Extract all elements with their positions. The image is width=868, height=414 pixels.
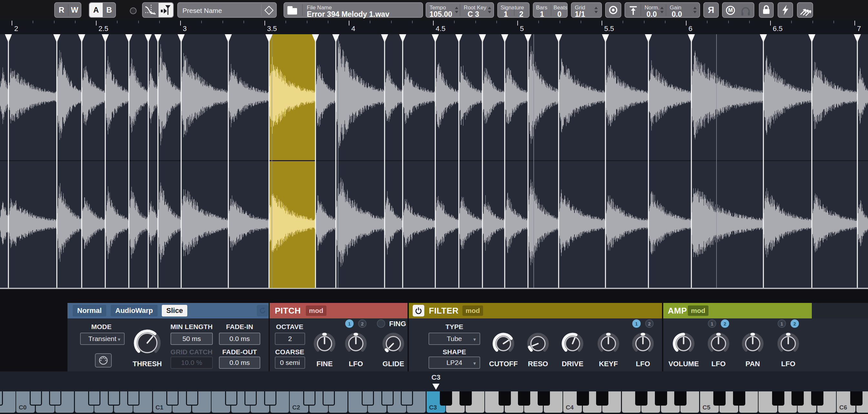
read-automation-button[interactable]: R <box>55 3 68 17</box>
black-key-A#3[interactable] <box>538 391 550 406</box>
fade-out-field[interactable]: 0.0 ms <box>219 356 260 369</box>
black-key-D#0[interactable] <box>49 391 61 406</box>
preset-browser-icon[interactable] <box>265 6 274 15</box>
gain-spinner[interactable] <box>693 6 697 14</box>
norm-spinner[interactable] <box>660 6 664 14</box>
coarse-field[interactable]: 0 semi <box>275 356 305 369</box>
normalize-icon[interactable] <box>627 4 640 18</box>
knob-pitch-lfo[interactable] <box>343 331 368 357</box>
fing-toggle[interactable] <box>377 319 385 328</box>
root-key-value[interactable]: C 3 <box>468 10 479 19</box>
beats-value[interactable]: 0 <box>557 10 562 18</box>
setting-a-button[interactable]: A <box>89 3 103 17</box>
mod-badge-filter-lfo-1[interactable]: 1 <box>632 319 641 328</box>
tab-audiowarp[interactable]: AudioWarp <box>111 305 158 316</box>
black-key-C#1[interactable] <box>166 391 179 406</box>
setting-b-button[interactable]: B <box>103 3 115 17</box>
black-key-C#3[interactable] <box>440 391 452 406</box>
root-key-spinner[interactable] <box>488 6 492 14</box>
norm-value[interactable]: 0.0 <box>647 10 657 19</box>
tempo-spinner[interactable] <box>455 6 459 14</box>
grid-spinner[interactable] <box>594 6 598 14</box>
mod-badge-filter-lfo-2[interactable]: 2 <box>645 319 654 328</box>
filter-mod-badge[interactable]: mod <box>462 306 483 316</box>
signature-denominator[interactable]: 2 <box>519 10 523 18</box>
mod-badge-pitch-lfo-1[interactable]: 1 <box>345 319 353 328</box>
lock-button[interactable] <box>759 2 774 18</box>
knob-fine[interactable] <box>312 331 337 357</box>
filter-power-button[interactable] <box>413 305 424 316</box>
write-automation-button[interactable]: W <box>68 3 81 17</box>
preset-name-field[interactable]: Preset Name <box>177 2 277 18</box>
fade-in-field[interactable]: 0.0 ms <box>219 332 260 345</box>
knob-filter-lfo[interactable] <box>630 331 655 357</box>
knob-thresh[interactable] <box>132 328 162 359</box>
shape-dropdown[interactable]: LP24 ▼ <box>429 356 480 369</box>
black-key-F#0[interactable] <box>88 391 100 406</box>
knob-glide[interactable] <box>381 331 406 357</box>
octave-field[interactable]: 2 <box>275 332 305 345</box>
black-key-C#5[interactable] <box>713 391 725 406</box>
mode-dropdown[interactable]: Transient ▼ <box>80 332 125 345</box>
black-key-G#4[interactable] <box>655 391 667 406</box>
amp-mod-badge[interactable]: mod <box>688 306 709 316</box>
black-key-F#3[interactable] <box>499 391 511 406</box>
black-key-D#2[interactable] <box>322 391 335 406</box>
black-key-C#6[interactable] <box>850 391 863 406</box>
black-key-F#2[interactable] <box>362 391 374 406</box>
mod-badge-pitch-lfo-2[interactable]: 2 <box>358 319 367 328</box>
tempo-value[interactable]: 105.00 <box>430 10 452 19</box>
knob-reso[interactable] <box>525 331 551 357</box>
timeline-ruler[interactable]: 22.533.544.555.566.57 <box>0 20 868 34</box>
knob-keyf[interactable] <box>596 331 621 357</box>
black-key-A#-1[interactable] <box>0 391 3 406</box>
black-key-D#5[interactable] <box>733 391 745 406</box>
mod-badge-amp-lfo1-1[interactable]: 1 <box>708 319 716 328</box>
black-key-A#1[interactable] <box>264 391 276 406</box>
knob-drive[interactable] <box>560 331 585 357</box>
black-key-G#2[interactable] <box>381 391 394 406</box>
midi-learn-button[interactable] <box>95 353 112 368</box>
black-key-G#5[interactable] <box>792 391 804 406</box>
monitor-m-icon[interactable]: M <box>726 6 735 15</box>
tab-normal[interactable]: Normal <box>73 305 106 316</box>
tab-slice[interactable]: Slice <box>162 305 187 316</box>
black-key-G#3[interactable] <box>518 391 530 406</box>
black-key-G#0[interactable] <box>108 391 120 406</box>
headphones-icon[interactable] <box>740 5 752 19</box>
knob-amp-lfo1[interactable] <box>706 331 731 357</box>
grid-value[interactable]: 1/1 <box>575 10 585 19</box>
black-key-A#4[interactable] <box>674 391 686 406</box>
pitch-mod-badge[interactable]: mod <box>306 306 327 316</box>
reverse-button[interactable]: Я <box>703 2 719 18</box>
black-key-C#4[interactable] <box>577 391 589 406</box>
render-button[interactable] <box>797 2 813 18</box>
slice-tool-button[interactable] <box>159 3 173 17</box>
reset-button[interactable] <box>257 305 268 316</box>
black-key-D#4[interactable] <box>596 391 609 406</box>
waveform-canvas[interactable] <box>0 34 868 288</box>
folder-icon[interactable] <box>287 5 300 15</box>
bars-value[interactable]: 1 <box>540 10 544 18</box>
knob-amp-lfo2[interactable] <box>776 331 801 357</box>
free-warp-tool-button[interactable] <box>143 3 158 17</box>
black-key-A#0[interactable] <box>127 391 140 406</box>
black-key-F#1[interactable] <box>225 391 237 406</box>
black-key-D#1[interactable] <box>186 391 198 406</box>
black-key-C#0[interactable] <box>30 391 42 406</box>
black-key-A#5[interactable] <box>811 391 824 406</box>
gain-value[interactable]: 0.0 <box>672 10 682 19</box>
knob-pan[interactable] <box>740 331 765 357</box>
knob-cutoff[interactable] <box>491 331 516 357</box>
black-key-D#3[interactable] <box>460 391 472 406</box>
auto-apply-button[interactable] <box>778 2 793 18</box>
black-key-A#2[interactable] <box>401 391 413 406</box>
root-key-marker-triangle[interactable] <box>432 384 439 390</box>
type-dropdown[interactable]: Tube ▼ <box>429 332 480 345</box>
snap-zero-crossing-button[interactable] <box>605 2 621 18</box>
signature-numerator[interactable]: 1 <box>504 10 508 18</box>
knob-volume[interactable] <box>671 331 696 357</box>
black-key-F#4[interactable] <box>635 391 647 406</box>
mod-badge-amp-lfo1-2[interactable]: 2 <box>721 319 729 328</box>
min-length-field[interactable]: 50 ms <box>170 332 213 345</box>
